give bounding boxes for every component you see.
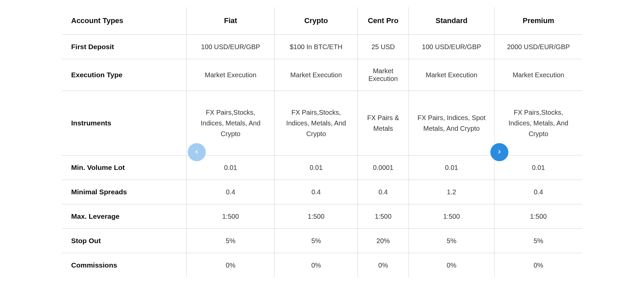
cell: 1.2: [409, 180, 494, 204]
cell: Market Execution: [358, 59, 409, 91]
cell: 0.01: [275, 156, 358, 180]
table-row: First Deposit 100 USD/EUR/GBP $100 In BT…: [62, 35, 583, 59]
cell: 0.4: [187, 180, 275, 204]
column-header: Crypto: [275, 7, 358, 35]
table-row: Max. Leverage 1:500 1:500 1:500 1:500 1:…: [62, 204, 583, 229]
cell: Market Execution: [494, 59, 582, 91]
column-header: Premium: [494, 7, 582, 35]
cell: 0%: [275, 253, 358, 278]
cell: 0%: [409, 253, 494, 278]
cell: 0.0001: [358, 156, 409, 180]
cell: 5%: [494, 229, 582, 253]
prev-button[interactable]: [188, 143, 206, 161]
cell: 0%: [187, 253, 275, 278]
table-row: Execution Type Market Execution Market E…: [62, 59, 583, 91]
cell: FX Pairs,Stocks, Indices, Metals, And Cr…: [275, 91, 358, 156]
cell: 1:500: [409, 204, 494, 229]
row-label: Execution Type: [62, 59, 187, 91]
column-header: Standard: [409, 7, 494, 35]
account-types-table-wrapper: Account Types Fiat Crypto Cent Pro Stand…: [61, 7, 583, 278]
cell: 0.4: [494, 180, 582, 204]
cell: $100 In BTC/ETH: [275, 35, 358, 59]
cell: 2000 USD/EUR/GBP: [494, 35, 582, 59]
cell: FX Pairs, Indices, Spot Metals, And Cryp…: [409, 91, 494, 156]
cell: 0.4: [275, 180, 358, 204]
cell: 5%: [187, 229, 275, 253]
cell: 20%: [358, 229, 409, 253]
cell: 100 USD/EUR/GBP: [187, 35, 275, 59]
cell: 0.01: [494, 156, 582, 180]
table-row: Stop Out 5% 5% 20% 5% 5%: [62, 229, 583, 253]
table-row: Minimal Spreads 0.4 0.4 0.4 1.2 0.4: [62, 180, 583, 204]
cell: 5%: [409, 229, 494, 253]
cell: Market Execution: [275, 59, 358, 91]
row-label: First Deposit: [62, 35, 187, 59]
row-label: Minimal Spreads: [62, 180, 187, 204]
cell: Market Execution: [409, 59, 494, 91]
cell: 1:500: [358, 204, 409, 229]
table-row: Commissions 0% 0% 0% 0% 0%: [62, 253, 583, 278]
table-header-row: Account Types Fiat Crypto Cent Pro Stand…: [62, 7, 583, 35]
chevron-right-icon: [496, 149, 502, 156]
chevron-left-icon: [194, 149, 200, 156]
cell: FX Pairs & Metals: [358, 91, 409, 156]
column-header: Fiat: [187, 7, 275, 35]
cell: 100 USD/EUR/GBP: [409, 35, 494, 59]
row-label: Stop Out: [62, 229, 187, 253]
row-label: Commissions: [62, 253, 187, 278]
cell: FX Pairs,Stocks, Indices, Metals, And Cr…: [494, 91, 582, 156]
cell: 25 USD: [358, 35, 409, 59]
row-label: Max. Leverage: [62, 204, 187, 229]
cell: 1:500: [187, 204, 275, 229]
cell: 0%: [358, 253, 409, 278]
header-label-cell: Account Types: [62, 7, 187, 35]
cell: 5%: [275, 229, 358, 253]
next-button[interactable]: [490, 143, 508, 161]
account-types-table: Account Types Fiat Crypto Cent Pro Stand…: [61, 7, 583, 278]
cell: 1:500: [494, 204, 582, 229]
cell: 0.4: [358, 180, 409, 204]
row-label: Min. Volume Lot: [62, 156, 187, 180]
cell: 0.01: [409, 156, 494, 180]
cell: 0%: [494, 253, 582, 278]
row-label: Instruments: [62, 91, 187, 156]
cell: Market Execution: [187, 59, 275, 91]
cell: 1:500: [275, 204, 358, 229]
column-header: Cent Pro: [358, 7, 409, 35]
